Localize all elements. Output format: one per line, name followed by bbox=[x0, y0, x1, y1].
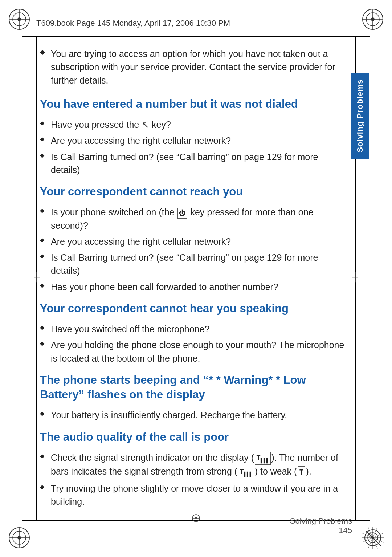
section-5-bullets: Check the signal strength indicator on t… bbox=[40, 451, 345, 508]
list-item: Your battery is insufficiently charged. … bbox=[40, 408, 345, 422]
list-item: Has your phone been call forwarded to an… bbox=[40, 280, 345, 293]
list-item: Check the signal strength indicator on t… bbox=[40, 451, 345, 479]
left-mid-mark bbox=[34, 272, 40, 285]
svg-point-14 bbox=[17, 536, 21, 540]
list-item: Try moving the phone slightly or move cl… bbox=[40, 482, 345, 508]
section-3-bullets: Have you switched off the microphone? Ar… bbox=[40, 322, 345, 365]
right-mid-mark bbox=[352, 272, 358, 285]
section-heading-5: The audio quality of the call is poor bbox=[40, 430, 345, 444]
corner-decoration-bl bbox=[7, 525, 32, 550]
page-header: T609.book Page 145 Monday, April 17, 200… bbox=[36, 14, 356, 33]
section-heading-1: You have entered a number but it was not… bbox=[40, 97, 345, 111]
list-item: Is your phone switched on (the ⏻ key pre… bbox=[40, 206, 345, 232]
corner-decoration-br bbox=[360, 525, 385, 550]
list-item: Are you accessing the right cellular net… bbox=[40, 235, 345, 248]
svg-point-29 bbox=[195, 517, 197, 519]
footer-page: 145 bbox=[290, 526, 352, 535]
top-center-mark bbox=[193, 33, 199, 40]
header-text: T609.book Page 145 Monday, April 17, 200… bbox=[36, 19, 230, 28]
list-item: Are you accessing the right cellular net… bbox=[40, 134, 345, 147]
section-heading-4: The phone starts beeping and “* * Warnin… bbox=[40, 373, 345, 402]
main-content: You are trying to access an option for w… bbox=[40, 40, 345, 517]
section-2-bullets: Is your phone switched on (the ⏻ key pre… bbox=[40, 206, 345, 293]
section-4-bullets: Your battery is insufficiently charged. … bbox=[40, 408, 345, 422]
list-item: Have you pressed the ↖ key? bbox=[40, 118, 345, 131]
section-heading-3: Your correspondent cannot hear you speak… bbox=[40, 301, 345, 316]
section-1-bullets: Have you pressed the ↖ key? Are you acce… bbox=[40, 118, 345, 176]
svg-point-9 bbox=[371, 17, 375, 21]
svg-point-4 bbox=[17, 17, 21, 21]
signal-strong-icon: T▌▌▌ bbox=[255, 452, 271, 465]
list-item: Are you holding the phone close enough t… bbox=[40, 338, 345, 365]
svg-point-25 bbox=[371, 536, 374, 539]
sidebar-tab: Solving Problems bbox=[351, 73, 369, 159]
list-item: Have you switched off the microphone? bbox=[40, 322, 345, 336]
corner-decoration-tr bbox=[360, 7, 385, 32]
corner-decoration-tl bbox=[7, 7, 32, 32]
footer-section: Solving Problems bbox=[290, 516, 352, 526]
sidebar-tab-label: Solving Problems bbox=[355, 79, 365, 153]
signal-weak-icon: T bbox=[298, 466, 305, 478]
signal-full-icon: T▌▌▌ bbox=[238, 466, 254, 479]
section-heading-2: Your correspondent cannot reach you bbox=[40, 184, 345, 199]
page-footer: Solving Problems 145 bbox=[290, 516, 352, 535]
list-item: Is Call Barring turned on? (see “Call ba… bbox=[40, 251, 345, 277]
intro-bullet: You are trying to access an option for w… bbox=[40, 47, 345, 87]
list-item: Is Call Barring turned on? (see “Call ba… bbox=[40, 150, 345, 177]
